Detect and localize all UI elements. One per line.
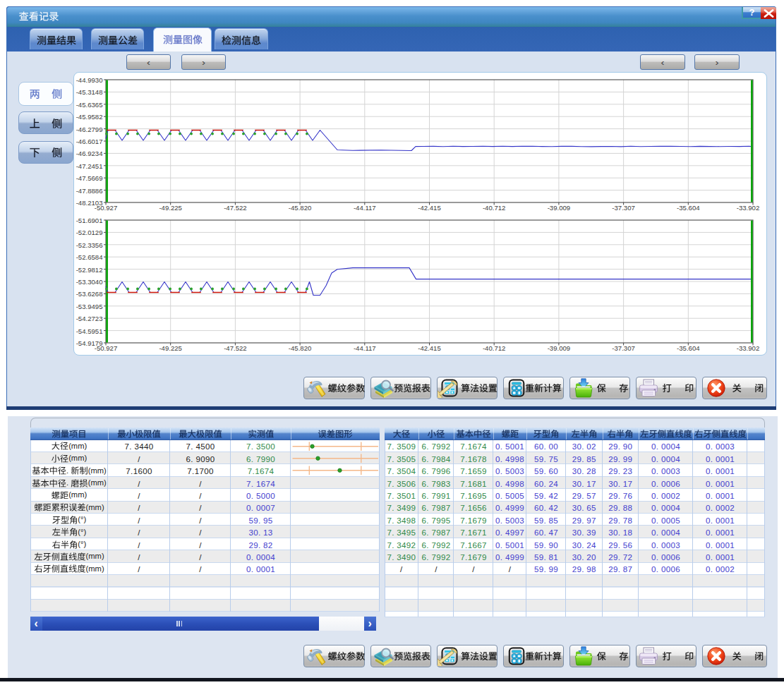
svg-text:-47.5669: -47.5669 [76,174,103,182]
svg-text:-54.5951: -54.5951 [76,327,103,335]
svg-text:-46.9234: -46.9234 [76,150,104,157]
svg-text:-52.6584: -52.6584 [76,253,104,261]
svg-text:-33.902: -33.902 [737,204,760,212]
svg-text:-46.2799: -46.2799 [76,126,103,133]
svg-text:-45.9582: -45.9582 [76,113,103,121]
svg-text:-53.3040: -53.3040 [76,278,103,286]
svg-text:-46.6017: -46.6017 [76,138,103,145]
svg-text:-45.6365: -45.6365 [76,101,103,109]
svg-text:-47.2451: -47.2451 [76,162,103,170]
svg-text:-52.3356: -52.3356 [76,241,103,249]
svg-text:-33.902: -33.902 [737,344,760,352]
svg-text:-54.2723: -54.2723 [76,315,103,322]
svg-text:-52.0129: -52.0129 [76,229,103,236]
svg-text:-44.9930: -44.9930 [76,76,103,84]
svg-text:-53.9495: -53.9495 [76,303,103,310]
svg-text:-51.6901: -51.6901 [76,217,103,224]
svg-text:-45.3148: -45.3148 [76,88,103,96]
svg-text:-53.6268: -53.6268 [76,290,103,298]
svg-text:-47.8886: -47.8886 [76,187,103,195]
svg-text:-52.9812: -52.9812 [76,266,103,274]
